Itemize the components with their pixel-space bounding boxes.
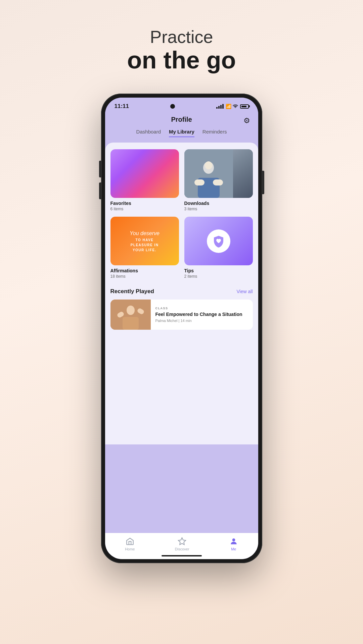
settings-icon[interactable]: ⚙ [243,116,250,125]
signal-icon [216,104,224,109]
phone-screen: 11:11 📶 [105,98,258,559]
view-all-button[interactable]: View all [237,289,253,294]
hero-line2: on the go [127,47,236,73]
recent-thumbnail [110,300,151,330]
tab-my-library[interactable]: My Library [169,129,194,137]
affirmations-thumbnail: You deserve TO HAVE PLEASURE IN YOUR LIF… [110,217,179,265]
tab-reminders[interactable]: Reminders [202,129,227,137]
svg-rect-5 [194,179,205,185]
recent-meta: Palma Michel | 14 min [155,319,242,323]
screen-scroll: Favorites 6 items [105,143,258,444]
tips-label: Tips [184,268,253,273]
wifi-icon: 📶 [226,104,238,109]
tips-count: 2 items [184,274,253,279]
nav-label-discover: Discover [175,547,189,551]
svg-point-0 [235,107,236,108]
shield-icon-wrap [207,229,230,253]
svg-point-3 [205,161,212,169]
recent-info: CLASS Feel Empowered to Change a Situati… [151,300,247,330]
favorites-thumbnail [110,149,179,198]
volume-down-button[interactable] [99,182,101,199]
home-icon [126,537,134,546]
volume-up-button[interactable] [99,161,101,177]
list-item[interactable]: You deserve TO HAVE PLEASURE IN YOUR LIF… [110,217,179,279]
nav-item-home[interactable]: Home [125,537,135,551]
svg-point-8 [127,306,135,315]
camera-notch [170,104,175,109]
favorites-count: 6 items [110,207,179,211]
home-indicator [162,555,202,556]
phone-wrap: 11:11 📶 [101,94,262,563]
downloads-count: 3 items [184,207,253,211]
affirmation-text: You deserve TO HAVE PLEASURE IN YOUR LIF… [130,229,160,253]
tab-dashboard[interactable]: Dashboard [136,129,161,137]
affirmations-count: 18 items [110,274,179,279]
library-grid: Favorites 6 items [110,149,253,279]
svg-rect-6 [213,179,223,185]
phone-outer: 11:11 📶 [101,94,262,563]
status-time: 11:11 [115,103,129,110]
list-item[interactable]: Favorites 6 items [110,149,179,211]
tips-thumbnail [184,217,253,265]
status-icons: 📶 [216,104,249,109]
hero-line1: Practice [127,27,236,47]
power-button[interactable] [262,171,264,194]
status-bar: 11:11 📶 [105,98,258,112]
list-item[interactable]: Downloads 3 items [184,149,253,211]
shield-heart-icon [212,234,225,248]
nav-item-me[interactable]: Me [229,537,238,551]
favorites-label: Favorites [110,201,179,206]
battery-icon [240,104,249,109]
list-item[interactable]: Tips 2 items [184,217,253,279]
tabs-bar: Dashboard My Library Reminders [105,129,258,143]
recent-title: Feel Empowered to Change a Situation [155,311,242,317]
discover-icon [178,537,186,546]
svg-marker-12 [178,538,186,545]
svg-point-13 [232,539,235,542]
class-badge: CLASS [155,307,242,310]
section-header: Recently Played View all [110,288,253,295]
hero-section: Practice on the go [127,27,236,73]
recently-played-title: Recently Played [110,288,154,295]
recent-card[interactable]: CLASS Feel Empowered to Change a Situati… [110,300,253,330]
svg-rect-9 [123,317,139,330]
downloads-thumbnail [184,149,253,198]
me-icon [229,537,238,546]
recently-played-section: Recently Played View all [110,288,253,330]
screen-title: Profile [171,116,192,123]
downloads-label: Downloads [184,201,253,206]
screen-header: Profile ⚙ [105,112,258,129]
affirmations-label: Affirmations [110,268,179,273]
nav-label-home: Home [125,547,135,551]
nav-label-me: Me [231,547,236,551]
nav-item-discover[interactable]: Discover [175,537,189,551]
